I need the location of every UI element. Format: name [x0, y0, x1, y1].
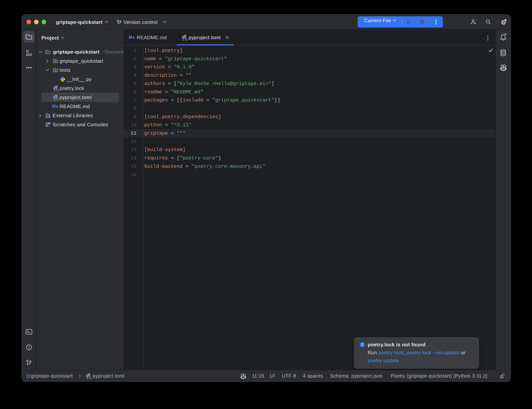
svg-text:M: M — [52, 104, 56, 109]
svg-text:[T]: [T] — [54, 88, 58, 92]
svg-text:M: M — [129, 35, 132, 40]
svg-text:[T]: [T] — [87, 376, 91, 380]
svg-text:[T]: [T] — [183, 37, 187, 41]
svg-text:[T]: [T] — [54, 97, 58, 101]
